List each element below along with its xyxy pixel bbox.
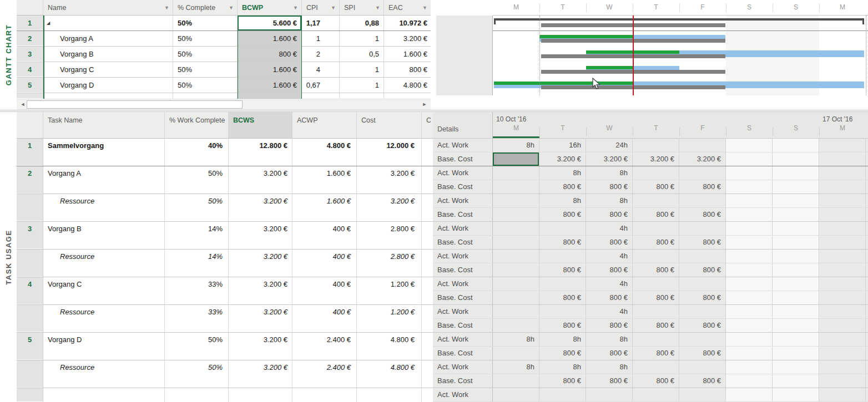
details-value-cell[interactable] <box>726 152 773 166</box>
details-value-cell[interactable] <box>726 277 773 291</box>
details-value-cell[interactable] <box>633 305 679 318</box>
row-number[interactable] <box>17 388 43 402</box>
details-value-cell[interactable] <box>493 208 539 221</box>
spi-cell[interactable] <box>340 93 384 99</box>
details-value-cell[interactable] <box>773 263 819 277</box>
details-value-cell[interactable]: 800 € <box>539 374 586 388</box>
row-number[interactable]: 5 <box>17 333 43 360</box>
details-value-cell[interactable] <box>726 263 773 277</box>
details-value-cell[interactable]: 800 € <box>586 374 633 388</box>
details-value-cell[interactable] <box>633 388 679 401</box>
details-value-cell[interactable] <box>773 374 819 388</box>
task-name-cell[interactable]: Ressource <box>43 360 165 388</box>
spi-cell[interactable]: 1 <box>340 31 384 46</box>
usage-column-header-cv[interactable]: CV <box>422 112 433 139</box>
details-value-cell[interactable]: 800 € <box>679 374 726 388</box>
usage-column-header-bcws[interactable]: BCWS <box>229 112 292 139</box>
cpi-cell[interactable] <box>302 93 340 99</box>
details-value-cell[interactable]: 800 € <box>586 208 633 221</box>
details-value-cell[interactable] <box>493 222 539 235</box>
pct-work-complete-cell[interactable]: 50% <box>165 166 229 194</box>
details-value-cell[interactable]: 800 € <box>586 236 633 249</box>
pct-work-complete-cell[interactable]: 50% <box>165 333 229 360</box>
details-value-cell[interactable]: 800 € <box>586 263 633 277</box>
row-number[interactable]: 1 <box>17 16 43 30</box>
pct-work-complete-cell[interactable]: 50% <box>165 194 229 221</box>
pct-work-complete-cell[interactable]: 50% <box>165 360 229 388</box>
acwp-cell[interactable]: 2.400 € <box>292 333 357 360</box>
details-value-cell[interactable]: 8h <box>539 194 586 207</box>
details-value-cell[interactable] <box>773 152 819 166</box>
details-value-cell[interactable] <box>633 360 679 374</box>
acwp-cell[interactable]: 4.800 € <box>292 139 357 166</box>
pct-work-complete-cell[interactable]: 40% <box>165 139 229 166</box>
details-value-cell[interactable]: 800 € <box>633 319 679 332</box>
acwp-cell[interactable]: 1.600 € <box>292 166 357 194</box>
details-value-cell[interactable] <box>539 388 586 401</box>
cv-cell[interactable] <box>422 360 433 388</box>
filter-dropdown-icon[interactable]: ▼ <box>375 5 381 11</box>
column-header-spi[interactable]: SPI▼ <box>340 0 384 16</box>
details-value-cell[interactable] <box>773 208 819 221</box>
details-value-cell[interactable]: 8h <box>539 166 586 180</box>
details-value-cell[interactable] <box>679 388 726 401</box>
details-value-cell[interactable]: 3.200 € <box>633 152 679 166</box>
details-value-cell[interactable] <box>679 166 726 180</box>
empty-cell[interactable] <box>357 388 422 402</box>
row-number[interactable] <box>17 194 43 221</box>
usage-view-label-strip[interactable]: TASK USAGE <box>0 112 17 402</box>
cost-cell[interactable]: 2.800 € <box>357 250 422 277</box>
details-value-cell[interactable]: 800 € <box>539 291 586 304</box>
task-name-cell[interactable]: Vorgang D <box>43 333 165 360</box>
details-value-cell[interactable] <box>633 139 679 152</box>
task-bar-progress[interactable] <box>494 82 633 85</box>
details-value-cell[interactable]: 8h <box>586 166 633 180</box>
cost-cell[interactable]: 4.800 € <box>357 333 422 360</box>
details-value-cell[interactable] <box>819 305 866 318</box>
details-value-cell[interactable] <box>726 250 773 263</box>
filter-dropdown-icon[interactable]: ▼ <box>422 5 428 11</box>
empty-cell[interactable] <box>229 388 292 402</box>
cost-cell[interactable]: 12.000 € <box>357 139 422 166</box>
details-value-cell[interactable]: 800 € <box>539 180 586 194</box>
details-value-cell[interactable] <box>819 360 866 374</box>
details-value-cell[interactable] <box>819 333 866 346</box>
details-value-cell[interactable] <box>633 250 679 263</box>
row-number[interactable]: 4 <box>17 62 43 77</box>
gantt-plot[interactable] <box>493 16 868 95</box>
details-value-cell[interactable]: 800 € <box>633 291 679 304</box>
details-value-cell[interactable] <box>726 166 773 180</box>
row-number[interactable]: 3 <box>17 47 43 62</box>
details-value-cell[interactable] <box>493 347 539 360</box>
details-value-cell[interactable]: 8h <box>493 333 539 346</box>
row-number[interactable] <box>17 93 43 99</box>
details-value-cell[interactable] <box>819 347 866 360</box>
cpi-cell[interactable]: 0,67 <box>302 78 340 93</box>
eac-cell[interactable]: 3.200 € <box>384 31 431 46</box>
details-value-cell[interactable] <box>726 236 773 249</box>
details-header[interactable]: Details MTWTFSSM 10 Oct '1617 Oct '16 <box>433 112 868 139</box>
details-value-cell[interactable] <box>633 333 679 346</box>
bcws-cell[interactable]: 3.200 € <box>229 194 292 221</box>
details-value-cell[interactable] <box>493 277 539 291</box>
details-value-cell[interactable] <box>586 388 633 401</box>
bcws-cell[interactable]: 3.200 € <box>229 305 292 332</box>
details-value-cell[interactable]: 800 € <box>633 263 679 277</box>
details-value-cell[interactable] <box>773 236 819 249</box>
pct-work-complete-cell[interactable]: 33% <box>165 277 229 304</box>
gantt-timescale[interactable]: MTWTFSSM <box>493 0 868 16</box>
pct-complete-cell[interactable]: 50% <box>173 47 238 62</box>
cv-cell[interactable] <box>422 222 433 249</box>
details-value-cell[interactable] <box>493 305 539 318</box>
bcwp-cell[interactable]: 800 € <box>238 47 302 62</box>
bcwp-cell[interactable]: 1.600 € <box>238 78 302 93</box>
details-value-cell[interactable] <box>726 374 773 388</box>
row-number[interactable] <box>17 360 43 388</box>
gantt-header-corner[interactable] <box>17 0 43 16</box>
details-value-cell[interactable] <box>819 291 866 304</box>
column-header-name[interactable]: Name▼ <box>43 0 173 16</box>
details-value-cell[interactable] <box>679 250 726 263</box>
task-name-cell[interactable]: Vorgang C <box>43 277 165 304</box>
details-value-cell[interactable]: 8h <box>586 333 633 346</box>
column-header-eac[interactable]: EAC▼ <box>384 0 431 16</box>
